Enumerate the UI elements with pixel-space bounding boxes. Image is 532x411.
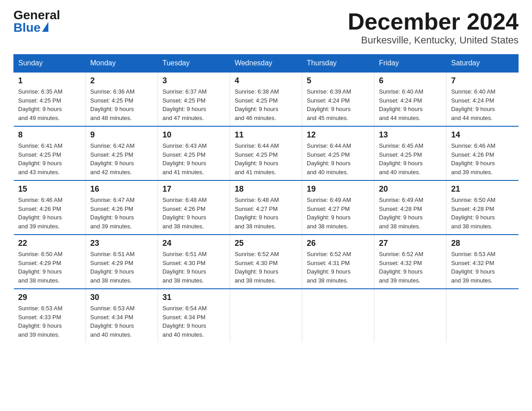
calendar-cell: 29Sunrise: 6:53 AMSunset: 4:33 PMDayligh… [14, 289, 86, 342]
calendar-cell: 3Sunrise: 6:37 AMSunset: 4:25 PMDaylight… [158, 72, 230, 126]
calendar-cell: 18Sunrise: 6:48 AMSunset: 4:27 PMDayligh… [230, 180, 302, 235]
day-number: 26 [307, 239, 369, 248]
calendar-cell: 24Sunrise: 6:51 AMSunset: 4:30 PMDayligh… [158, 235, 230, 289]
calendar-cell: 25Sunrise: 6:52 AMSunset: 4:30 PMDayligh… [230, 235, 302, 289]
weekday-header-friday: Friday [374, 55, 446, 73]
calendar-cell: 14Sunrise: 6:46 AMSunset: 4:26 PMDayligh… [446, 126, 519, 180]
calendar-cell: 1Sunrise: 6:35 AMSunset: 4:25 PMDaylight… [14, 72, 86, 126]
logo: General Blue [13, 9, 60, 34]
day-number: 12 [307, 130, 369, 140]
calendar-cell: 23Sunrise: 6:51 AMSunset: 4:29 PMDayligh… [86, 235, 158, 289]
weekday-header-saturday: Saturday [446, 55, 519, 73]
calendar-cell: 20Sunrise: 6:49 AMSunset: 4:28 PMDayligh… [374, 180, 446, 235]
day-info: Sunrise: 6:51 AMSunset: 4:30 PMDaylight:… [163, 250, 225, 285]
day-info: Sunrise: 6:48 AMSunset: 4:26 PMDaylight:… [163, 196, 225, 231]
day-info: Sunrise: 6:40 AMSunset: 4:24 PMDaylight:… [451, 87, 514, 122]
day-number: 8 [18, 130, 81, 140]
day-info: Sunrise: 6:51 AMSunset: 4:29 PMDaylight:… [90, 250, 153, 285]
page-header: General Blue December 2024 Burkesville, … [13, 9, 519, 46]
calendar-cell: 8Sunrise: 6:41 AMSunset: 4:25 PMDaylight… [14, 126, 86, 180]
day-number: 21 [451, 184, 514, 194]
week-row-4: 22Sunrise: 6:50 AMSunset: 4:29 PMDayligh… [14, 235, 519, 289]
calendar-cell: 27Sunrise: 6:52 AMSunset: 4:32 PMDayligh… [374, 235, 446, 289]
calendar-cell [446, 289, 519, 342]
calendar-cell: 16Sunrise: 6:47 AMSunset: 4:26 PMDayligh… [86, 180, 158, 235]
week-row-5: 29Sunrise: 6:53 AMSunset: 4:33 PMDayligh… [14, 289, 519, 342]
day-number: 7 [451, 76, 514, 86]
calendar-cell: 19Sunrise: 6:49 AMSunset: 4:27 PMDayligh… [302, 180, 374, 235]
day-info: Sunrise: 6:41 AMSunset: 4:25 PMDaylight:… [18, 141, 81, 176]
day-number: 4 [235, 76, 297, 86]
weekday-header-monday: Monday [86, 55, 158, 73]
day-info: Sunrise: 6:45 AMSunset: 4:25 PMDaylight:… [379, 141, 442, 176]
day-info: Sunrise: 6:53 AMSunset: 4:33 PMDaylight:… [18, 304, 81, 339]
day-info: Sunrise: 6:49 AMSunset: 4:28 PMDaylight:… [379, 196, 442, 231]
day-info: Sunrise: 6:52 AMSunset: 4:30 PMDaylight:… [235, 250, 297, 285]
day-number: 31 [163, 293, 225, 302]
calendar-cell [230, 289, 302, 342]
day-info: Sunrise: 6:48 AMSunset: 4:27 PMDaylight:… [235, 196, 297, 231]
weekday-header-row: SundayMondayTuesdayWednesdayThursdayFrid… [14, 55, 519, 73]
calendar-cell: 2Sunrise: 6:36 AMSunset: 4:25 PMDaylight… [86, 72, 158, 126]
day-info: Sunrise: 6:37 AMSunset: 4:25 PMDaylight:… [163, 87, 225, 122]
calendar-cell: 7Sunrise: 6:40 AMSunset: 4:24 PMDaylight… [446, 72, 519, 126]
week-row-2: 8Sunrise: 6:41 AMSunset: 4:25 PMDaylight… [14, 126, 519, 180]
day-number: 18 [235, 184, 297, 194]
week-row-1: 1Sunrise: 6:35 AMSunset: 4:25 PMDaylight… [14, 72, 519, 126]
day-number: 28 [451, 239, 514, 248]
day-number: 11 [235, 130, 297, 140]
day-info: Sunrise: 6:46 AMSunset: 4:26 PMDaylight:… [18, 196, 81, 231]
day-number: 9 [90, 130, 153, 140]
day-number: 1 [18, 76, 81, 86]
day-number: 25 [235, 239, 297, 248]
day-info: Sunrise: 6:53 AMSunset: 4:34 PMDaylight:… [90, 304, 153, 339]
weekday-header-sunday: Sunday [14, 55, 86, 73]
day-number: 29 [18, 293, 81, 302]
calendar-cell: 28Sunrise: 6:53 AMSunset: 4:32 PMDayligh… [446, 235, 519, 289]
day-number: 19 [307, 184, 369, 194]
day-info: Sunrise: 6:44 AMSunset: 4:25 PMDaylight:… [235, 141, 297, 176]
day-info: Sunrise: 6:39 AMSunset: 4:24 PMDaylight:… [307, 87, 369, 122]
day-number: 3 [163, 76, 225, 86]
calendar-cell: 13Sunrise: 6:45 AMSunset: 4:25 PMDayligh… [374, 126, 446, 180]
calendar-cell [302, 289, 374, 342]
weekday-header-thursday: Thursday [302, 55, 374, 73]
logo-general-text: General [13, 9, 60, 21]
calendar-cell: 17Sunrise: 6:48 AMSunset: 4:26 PMDayligh… [158, 180, 230, 235]
day-number: 5 [307, 76, 369, 86]
calendar-cell: 6Sunrise: 6:40 AMSunset: 4:24 PMDaylight… [374, 72, 446, 126]
calendar-table: SundayMondayTuesdayWednesdayThursdayFrid… [13, 54, 519, 342]
calendar-cell: 22Sunrise: 6:50 AMSunset: 4:29 PMDayligh… [14, 235, 86, 289]
title-block: December 2024 Burkesville, Kentucky, Uni… [348, 9, 519, 46]
day-number: 10 [163, 130, 225, 140]
day-info: Sunrise: 6:54 AMSunset: 4:34 PMDaylight:… [163, 304, 225, 339]
day-number: 13 [379, 130, 442, 140]
day-number: 30 [90, 293, 153, 302]
day-info: Sunrise: 6:42 AMSunset: 4:25 PMDaylight:… [90, 141, 153, 176]
calendar-cell: 15Sunrise: 6:46 AMSunset: 4:26 PMDayligh… [14, 180, 86, 235]
day-number: 23 [90, 239, 153, 248]
day-info: Sunrise: 6:44 AMSunset: 4:25 PMDaylight:… [307, 141, 369, 176]
month-title: December 2024 [348, 9, 519, 34]
weekday-header-tuesday: Tuesday [158, 55, 230, 73]
day-number: 17 [163, 184, 225, 194]
week-row-3: 15Sunrise: 6:46 AMSunset: 4:26 PMDayligh… [14, 180, 519, 235]
day-number: 24 [163, 239, 225, 248]
day-info: Sunrise: 6:52 AMSunset: 4:31 PMDaylight:… [307, 250, 369, 285]
logo-triangle-icon [42, 22, 48, 32]
calendar-cell: 31Sunrise: 6:54 AMSunset: 4:34 PMDayligh… [158, 289, 230, 342]
day-info: Sunrise: 6:46 AMSunset: 4:26 PMDaylight:… [451, 141, 514, 176]
day-info: Sunrise: 6:40 AMSunset: 4:24 PMDaylight:… [379, 87, 442, 122]
day-number: 22 [18, 239, 81, 248]
day-info: Sunrise: 6:47 AMSunset: 4:26 PMDaylight:… [90, 196, 153, 231]
calendar-cell: 10Sunrise: 6:43 AMSunset: 4:25 PMDayligh… [158, 126, 230, 180]
day-number: 20 [379, 184, 442, 194]
day-number: 2 [90, 76, 153, 86]
day-number: 6 [379, 76, 442, 86]
day-info: Sunrise: 6:52 AMSunset: 4:32 PMDaylight:… [379, 250, 442, 285]
day-info: Sunrise: 6:43 AMSunset: 4:25 PMDaylight:… [163, 141, 225, 176]
calendar-cell: 21Sunrise: 6:50 AMSunset: 4:28 PMDayligh… [446, 180, 519, 235]
day-info: Sunrise: 6:49 AMSunset: 4:27 PMDaylight:… [307, 196, 369, 231]
day-info: Sunrise: 6:50 AMSunset: 4:28 PMDaylight:… [451, 196, 514, 231]
location-title: Burkesville, Kentucky, United States [348, 34, 519, 46]
